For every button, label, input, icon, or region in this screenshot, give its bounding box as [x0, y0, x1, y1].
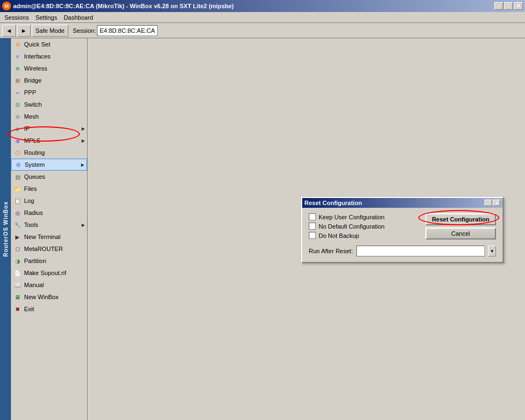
- sidebar-label-switch: Switch: [24, 101, 85, 108]
- sidebar-item-quick-set[interactable]: ⚙ Quick Set: [11, 38, 87, 50]
- content-area: Reset Configuration □ ✕ Keep User Config…: [88, 38, 525, 420]
- sidebar-label-make-supout: Make Supout.rif: [24, 270, 85, 276]
- session-label: Session:: [73, 27, 96, 34]
- maximize-button[interactable]: □: [504, 2, 513, 10]
- close-button[interactable]: ✕: [514, 2, 523, 10]
- cancel-button[interactable]: Cancel: [425, 228, 496, 240]
- sidebar-label-interfaces: Interfaces: [24, 53, 85, 60]
- sidebar-item-make-supout[interactable]: 📄 Make Supout.rif: [11, 267, 87, 279]
- dialog-action-buttons: Reset Configuration Cancel: [425, 213, 496, 241]
- sidebar-label-radius: Radius: [24, 209, 85, 216]
- sidebar-item-tools[interactable]: 🔧 Tools ▶: [11, 219, 87, 231]
- main-layout: RouterOS WinBox ⚙ Quick Set ≡ Interfaces…: [0, 38, 525, 420]
- run-after-dropdown[interactable]: ▼: [488, 246, 496, 256]
- run-after-input[interactable]: [356, 246, 485, 256]
- menu-sessions[interactable]: Sessions: [1, 13, 32, 22]
- safe-mode-button[interactable]: Safe Mode: [32, 25, 68, 37]
- ip-arrow: ▶: [82, 126, 85, 131]
- title-text: admin@E4:8D:8C:8C:AE:CA (MikroTik) - Win…: [13, 3, 494, 9]
- sidebar-label-exit: Exit: [24, 306, 85, 312]
- sidebar-label-manual: Manual: [24, 282, 85, 288]
- title-bar: M admin@E4:8D:8C:8C:AE:CA (MikroTik) - W…: [0, 0, 525, 12]
- sidebar-label-metarouter: MetaROUTER: [24, 246, 85, 252]
- ip-icon: ◈: [13, 124, 22, 133]
- make-supout-icon: 📄: [13, 269, 22, 277]
- sidebar-label-new-winbox: New WinBox: [24, 294, 85, 300]
- exit-icon: ✖: [13, 305, 22, 313]
- sidebar-item-bridge[interactable]: ⊞ Bridge: [11, 74, 87, 86]
- metarouter-icon: ⬡: [13, 244, 22, 253]
- session-value: E4:8D:8C:8C:AE:CA: [97, 25, 158, 36]
- log-icon: 📋: [13, 196, 22, 205]
- mpls-arrow: ▶: [82, 138, 85, 143]
- sidebar-item-ip[interactable]: ◈ IP ▶: [11, 122, 87, 135]
- sidebar: ⚙ Quick Set ≡ Interfaces ≋ Wireless ⊞ Br…: [11, 38, 88, 420]
- dialog-title-text: Reset Configuration: [304, 200, 484, 206]
- no-default-label: No Default Configuration: [319, 223, 384, 230]
- sidebar-item-interfaces[interactable]: ≡ Interfaces: [11, 50, 87, 62]
- sidebar-item-switch[interactable]: ⊟ Switch: [11, 98, 87, 110]
- sidebar-label-partition: Partition: [24, 258, 85, 264]
- sidebar-item-routing[interactable]: ⬡ Routing: [11, 147, 87, 159]
- sidebar-item-exit[interactable]: ✖ Exit: [11, 303, 87, 315]
- keep-user-checkbox[interactable]: [309, 213, 316, 220]
- minimize-button[interactable]: −: [494, 2, 503, 10]
- checkbox-row-do-not-backup: Do Not Backup: [309, 232, 414, 239]
- window-controls[interactable]: − □ ✕: [494, 2, 523, 10]
- routeros-bar: RouterOS WinBox: [0, 38, 11, 420]
- sidebar-item-files[interactable]: 📁 Files: [11, 183, 87, 195]
- sidebar-label-system: System: [25, 161, 81, 168]
- radius-icon: ◎: [13, 208, 22, 217]
- sidebar-label-tools: Tools: [24, 221, 82, 228]
- wireless-icon: ≋: [13, 64, 22, 73]
- sidebar-item-ppp[interactable]: ↔ PPP: [11, 86, 87, 98]
- sidebar-item-metarouter[interactable]: ⬡ MetaROUTER: [11, 243, 87, 255]
- interfaces-icon: ≡: [13, 52, 22, 61]
- dialog-checkboxes: Keep User Configuration No Default Confi…: [309, 213, 414, 241]
- sidebar-label-ppp: PPP: [24, 89, 85, 96]
- dialog-restore-button[interactable]: □: [484, 200, 492, 206]
- tools-icon: 🔧: [13, 220, 22, 229]
- sidebar-item-mesh[interactable]: ⊛ Mesh: [11, 110, 87, 122]
- sidebar-item-new-terminal[interactable]: ▶ New Terminal: [11, 231, 87, 243]
- sidebar-item-mpls[interactable]: ◉ MPLS ▶: [11, 135, 87, 147]
- sidebar-item-queues[interactable]: ▤ Queues: [11, 171, 87, 183]
- sidebar-item-log[interactable]: 📋 Log: [11, 195, 87, 207]
- dialog-close-button[interactable]: ✕: [493, 200, 500, 206]
- bridge-icon: ⊞: [13, 76, 22, 85]
- run-after-row: Run After Reset: ▼: [309, 246, 496, 256]
- forward-button[interactable]: ►: [17, 25, 31, 37]
- dialog-title-bar: Reset Configuration □ ✕: [302, 198, 503, 208]
- sidebar-item-manual[interactable]: 📖 Manual: [11, 279, 87, 291]
- system-icon: ⚙: [14, 160, 22, 169]
- toolbar: ◄ ► Safe Mode Session: E4:8D:8C:8C:AE:CA: [0, 23, 525, 38]
- back-button[interactable]: ◄: [2, 25, 16, 37]
- sidebar-item-new-winbox[interactable]: 🖥 New WinBox: [11, 291, 87, 303]
- dialog-body: Keep User Configuration No Default Confi…: [302, 208, 503, 262]
- ppp-icon: ↔: [13, 88, 22, 97]
- sidebar-item-system[interactable]: ⚙ System ▶: [11, 159, 87, 171]
- new-terminal-icon: ▶: [13, 232, 22, 241]
- do-not-backup-checkbox[interactable]: [309, 232, 316, 239]
- sidebar-label-quick-set: Quick Set: [24, 41, 85, 48]
- sidebar-label-queues: Queues: [24, 173, 85, 180]
- menu-settings[interactable]: Settings: [32, 13, 61, 22]
- sidebar-label-ip: IP: [24, 125, 82, 132]
- mesh-icon: ⊛: [13, 112, 22, 121]
- routeros-label: RouterOS WinBox: [3, 201, 9, 257]
- files-icon: 📁: [13, 184, 22, 193]
- sidebar-item-wireless[interactable]: ≋ Wireless: [11, 62, 87, 74]
- reset-configuration-button[interactable]: Reset Configuration: [425, 213, 496, 225]
- queues-icon: ▤: [13, 172, 22, 181]
- sidebar-item-radius[interactable]: ◎ Radius: [11, 207, 87, 219]
- no-default-checkbox[interactable]: [309, 223, 316, 230]
- quick-set-icon: ⚙: [13, 40, 22, 49]
- sidebar-label-mesh: Mesh: [24, 113, 85, 120]
- routing-icon: ⬡: [13, 148, 22, 157]
- dialog-title-buttons[interactable]: □ ✕: [484, 200, 500, 206]
- checkbox-row-keep-user: Keep User Configuration: [309, 213, 414, 220]
- sidebar-item-partition[interactable]: ◑ Partition: [11, 255, 87, 267]
- do-not-backup-label: Do Not Backup: [319, 232, 359, 239]
- menu-dashboard[interactable]: Dashboard: [60, 13, 96, 22]
- mpls-icon: ◉: [13, 136, 22, 145]
